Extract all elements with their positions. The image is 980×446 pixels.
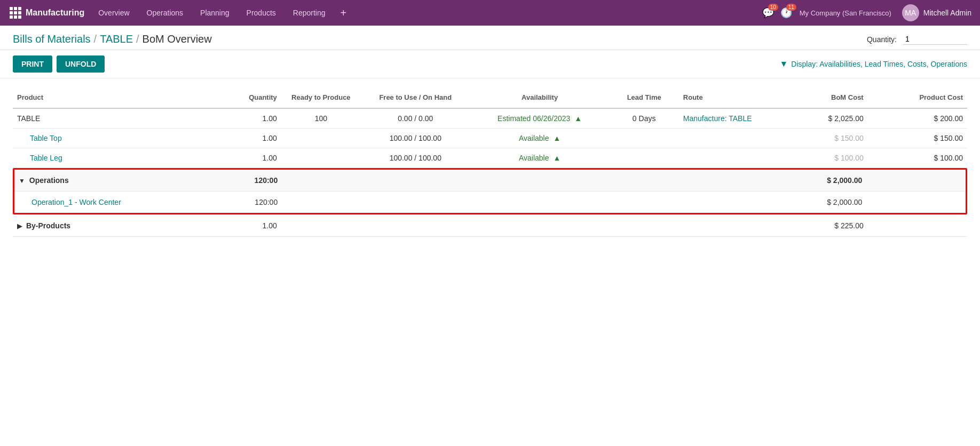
ops-header-text: Operations xyxy=(29,176,69,185)
cell-byproducts-lead xyxy=(609,215,678,237)
print-button[interactable]: PRINT xyxy=(13,55,52,73)
cell-byproducts-route xyxy=(679,215,769,237)
nav-products[interactable]: Products xyxy=(239,0,283,26)
breadcrumb: Bills of Materials / TABLE / BoM Overvie… xyxy=(13,33,212,45)
table-row-tableleg: Table Leg 1.00 100.00 / 100.00 Available… xyxy=(13,148,967,168)
cell-ready-table: 100 xyxy=(281,108,361,129)
breadcrumb-sep1: / xyxy=(94,33,97,45)
nav-planning[interactable]: Planning xyxy=(193,0,237,26)
cell-prodcost-tableleg: $ 100.00 xyxy=(868,148,967,168)
main-table-container: Product Quantity Ready to Produce Free t… xyxy=(0,87,980,168)
bom-table: Product Quantity Ready to Produce Free t… xyxy=(13,87,967,168)
cell-lead-tableleg xyxy=(609,148,678,168)
byproducts-collapse-icon[interactable]: ▶ xyxy=(17,222,22,230)
operations-section-box: ▼ Operations 120:00 $ 2,000.00 Operation… xyxy=(13,168,967,214)
breadcrumb-sep2: / xyxy=(136,33,139,45)
cell-product-tableleg[interactable]: Table Leg xyxy=(13,148,192,168)
table-row-tabletop: Table Top 1.00 100.00 / 100.00 Available… xyxy=(13,129,967,148)
cell-ops-label[interactable]: ▼ Operations xyxy=(14,170,193,192)
display-filter-text: Display: Availabilities, Lead Times, Cos… xyxy=(791,60,967,68)
cell-bom-tabletop: $ 150.00 xyxy=(768,129,867,148)
cell-op1-ready xyxy=(282,192,361,213)
cell-ops-ready xyxy=(282,170,361,192)
col-prod-cost: Product Cost xyxy=(868,87,967,108)
chart-icon-tableleg: ▲ xyxy=(553,154,560,162)
cell-op1-product[interactable]: Operation_1 - Work Center xyxy=(14,192,193,213)
display-filter[interactable]: ▼ Display: Availabilities, Lead Times, C… xyxy=(779,59,967,69)
cell-op1-bom: $ 2,000.00 xyxy=(768,192,867,213)
byproducts-container: ▶ By-Products 1.00 $ 225.00 xyxy=(0,214,980,237)
page-header: Bills of Materials / TABLE / BoM Overvie… xyxy=(0,26,980,50)
breadcrumb-bom[interactable]: Bills of Materials xyxy=(13,33,91,45)
col-quantity: Quantity xyxy=(192,87,281,108)
action-bar: PRINT UNFOLD ▼ Display: Availabilities, … xyxy=(0,50,980,78)
messages-badge: 10 xyxy=(768,4,778,11)
cell-route-tableleg xyxy=(679,148,769,168)
col-ready: Ready to Produce xyxy=(281,87,361,108)
clock-badge: 11 xyxy=(786,4,796,11)
app-logo[interactable]: Manufacturing xyxy=(5,7,89,19)
unfold-button[interactable]: UNFOLD xyxy=(57,55,105,73)
clock-button[interactable]: 🕐 11 xyxy=(780,7,792,19)
company-name: My Company (San Francisco) xyxy=(800,9,891,17)
quantity-input[interactable] xyxy=(903,34,967,45)
grid-icon xyxy=(10,7,21,19)
cell-op1-qty: 120:00 xyxy=(193,192,282,213)
chart-icon-table: ▲ xyxy=(574,114,582,123)
cell-free-tableleg: 100.00 / 100.00 xyxy=(361,148,470,168)
cell-qty-tabletop: 1.00 xyxy=(192,129,281,148)
breadcrumb-table[interactable]: TABLE xyxy=(100,33,133,45)
cell-qty-table: 1.00 xyxy=(192,108,281,129)
messages-button[interactable]: 💬 10 xyxy=(762,7,774,19)
col-avail: Availability xyxy=(470,87,610,108)
cell-ops-qty: 120:00 xyxy=(193,170,282,192)
avatar: MA xyxy=(902,4,919,21)
company-selector[interactable]: My Company (San Francisco) xyxy=(794,9,897,17)
cell-op1-lead xyxy=(609,192,678,213)
collapse-icon[interactable]: ▼ xyxy=(19,177,25,185)
byproducts-text: By-Products xyxy=(26,221,70,230)
cell-free-tabletop: 100.00 / 100.00 xyxy=(361,129,470,148)
cell-lead-tabletop xyxy=(609,129,678,148)
nav-add-button[interactable]: + xyxy=(335,7,352,19)
breadcrumb-current: BoM Overview xyxy=(143,33,212,45)
route-text-table: Manufacture: TABLE xyxy=(683,114,752,123)
user-menu[interactable]: MA Mitchell Admin xyxy=(899,4,975,21)
table-area: Product Quantity Ready to Produce Free t… xyxy=(0,78,980,237)
cell-op1-route xyxy=(678,192,768,213)
cell-bom-table: $ 2,025.00 xyxy=(768,108,867,129)
cell-ops-lead xyxy=(609,170,678,192)
cell-ready-tableleg xyxy=(281,148,361,168)
cell-lead-table: 0 Days xyxy=(609,108,678,129)
col-free: Free to Use / On Hand xyxy=(361,87,470,108)
cell-ops-free xyxy=(361,170,470,192)
cell-route-tabletop xyxy=(679,129,769,148)
avail-text-tableleg: Available xyxy=(519,154,549,162)
quantity-label: Quantity: xyxy=(867,35,897,44)
table-row-table: TABLE 1.00 100 0.00 / 0.00 Estimated 06/… xyxy=(13,108,967,129)
nav-operations[interactable]: Operations xyxy=(139,0,191,26)
cell-op1-prodcost xyxy=(866,192,966,213)
col-bom: BoM Cost xyxy=(768,87,867,108)
col-lead: Lead Time xyxy=(609,87,678,108)
cell-avail-table: Estimated 06/26/2023 ▲ xyxy=(470,108,610,129)
chart-icon-tabletop: ▲ xyxy=(553,134,560,142)
cell-ops-avail xyxy=(470,170,609,192)
cell-op1-free xyxy=(361,192,470,213)
avail-text-tabletop: Available xyxy=(519,134,549,142)
cell-product-tabletop[interactable]: Table Top xyxy=(13,129,192,148)
avail-text-table: Estimated 06/26/2023 xyxy=(497,114,570,123)
cell-byproducts-avail xyxy=(470,215,610,237)
cell-ready-tabletop xyxy=(281,129,361,148)
nav-overview[interactable]: Overview xyxy=(91,0,137,26)
nav-reporting[interactable]: Reporting xyxy=(286,0,333,26)
table-row-byproducts: ▶ By-Products 1.00 $ 225.00 xyxy=(13,215,967,237)
cell-byproducts-label[interactable]: ▶ By-Products xyxy=(13,215,192,237)
table-header-row: Product Quantity Ready to Produce Free t… xyxy=(13,87,967,108)
cell-ops-route xyxy=(678,170,768,192)
cell-op1-avail xyxy=(470,192,609,213)
action-buttons: PRINT UNFOLD xyxy=(13,55,105,73)
cell-free-table: 0.00 / 0.00 xyxy=(361,108,470,129)
cell-ops-bom: $ 2,000.00 xyxy=(768,170,867,192)
cell-product-table: TABLE xyxy=(13,108,192,129)
